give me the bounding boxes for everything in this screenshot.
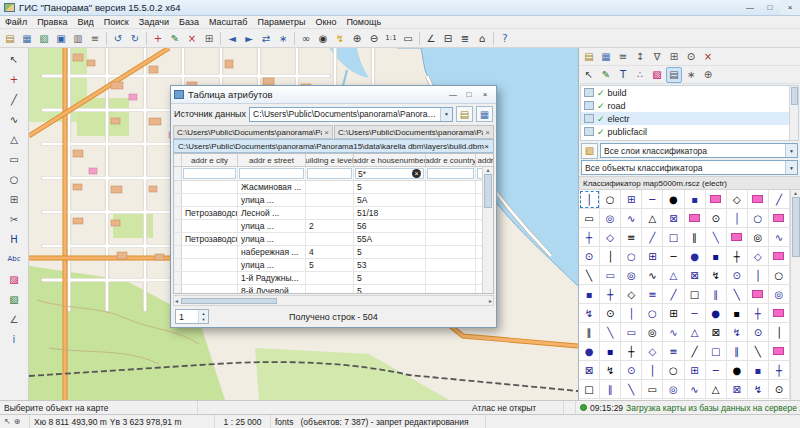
status-scale[interactable]: 1 : 25 000 — [215, 415, 271, 428]
classifier-symbol-cell[interactable]: ┼ — [579, 228, 600, 247]
classifier-symbol-cell[interactable]: │ — [621, 304, 642, 323]
classifier-symbol-cell[interactable]: ╲ — [748, 342, 769, 361]
scroll-right-icon[interactable]: ► — [488, 298, 493, 304]
active-tab[interactable]: C:\Users\Public\Documents\panorama\Panor… — [173, 139, 494, 153]
classifier-symbol-cell[interactable]: ∿ — [663, 323, 684, 342]
table-view-button[interactable]: ▦ — [476, 106, 493, 122]
tab-layer-2[interactable]: C:\Users\Public\Documents\panorama\Panor… — [334, 125, 494, 139]
quick-search-icon[interactable]: ↯ — [332, 30, 348, 46]
classifier-symbol-cell[interactable] — [769, 342, 790, 361]
classifier-symbol-cell[interactable]: ⊙ — [600, 304, 621, 323]
classifier-symbol-cell[interactable]: ╲ — [706, 228, 727, 247]
column-header[interactable]: addr — [476, 154, 494, 166]
grid-mode-icon[interactable]: ⊟ — [440, 30, 456, 46]
classifier-symbol-cell[interactable]: ◎ — [748, 228, 769, 247]
classifier-symbol-cell[interactable] — [769, 247, 790, 266]
tab-close-icon[interactable]: × — [484, 142, 489, 151]
redo-icon[interactable]: ↻ — [127, 30, 143, 46]
classifier-symbol-cell[interactable]: ∥ — [727, 342, 748, 361]
classifier-symbol-cell[interactable]: ─ — [663, 247, 684, 266]
data-source-combo[interactable]: C:\Users\Public\Documents\panorama\Panor… — [249, 107, 453, 122]
filter-input-city[interactable] — [183, 168, 236, 179]
classifier-symbol-cell[interactable]: ╲ — [621, 380, 642, 399]
classifier-symbol-cell[interactable]: ⊙ — [727, 266, 748, 285]
open-map-icon[interactable]: ▤ — [2, 30, 18, 46]
objects-filter-combo[interactable]: Все объекты классификатора ▼ — [581, 160, 798, 175]
classifier-symbol-cell[interactable]: ∿ — [769, 228, 790, 247]
column-header[interactable]: uilding e level — [306, 154, 354, 166]
classifier-symbol-cell[interactable]: ● — [727, 361, 748, 380]
classifier-symbol-cell[interactable]: ◎ — [663, 380, 684, 399]
refresh-map-icon[interactable]: ∗ — [275, 30, 291, 46]
classifier-symbol-cell[interactable]: ◎ — [600, 209, 621, 228]
tab-layer-1[interactable]: C:\Users\Public\Documents\panorama\Panor… — [173, 125, 333, 139]
classifier-symbol-cell[interactable]: ↯ — [600, 361, 621, 380]
step-back-icon[interactable]: ◄ — [224, 30, 240, 46]
classifier-symbol-cell[interactable]: ⊠ — [579, 361, 600, 380]
fill-style-icon[interactable]: ▧ — [4, 290, 25, 308]
table-row[interactable]: 1-й Радужны...5 — [174, 272, 493, 285]
classifier-symbol-cell[interactable]: ● — [663, 190, 684, 209]
column-header[interactable]: addr e city — [182, 154, 238, 166]
table-row[interactable]: улица ...256 — [174, 220, 493, 233]
classifier-symbol-cell[interactable]: ◇ — [621, 285, 642, 304]
minimize-button[interactable]: — — [740, 0, 760, 15]
list-view-icon[interactable]: ≡ — [615, 49, 631, 65]
classifier-symbol-cell[interactable]: ⊙ — [621, 361, 642, 380]
layer-item-electr[interactable]: ✓ electr — [581, 112, 798, 125]
classifier-symbol-cell[interactable]: ▪ — [748, 361, 769, 380]
classifier-symbol-cell[interactable]: ╱ — [685, 342, 706, 361]
menu-scale[interactable]: Масштаб — [204, 17, 253, 27]
layer-list-scrollbar[interactable] — [789, 86, 798, 140]
classifier-symbol-cell[interactable]: ⊙ — [706, 209, 727, 228]
classifier-symbol-cell[interactable]: ⊞ — [663, 304, 684, 323]
classifier-symbol-cell[interactable]: │ — [727, 209, 748, 228]
classifier-symbol-cell[interactable]: ╲ — [727, 285, 748, 304]
classifier-symbol-cell[interactable]: ∿ — [685, 380, 706, 399]
map-properties-icon[interactable]: ≡ — [87, 30, 103, 46]
table-row[interactable]: улица ...5А — [174, 194, 493, 207]
classifier-symbol-cell[interactable]: ● — [685, 247, 706, 266]
edit-nodes-icon[interactable]: ∴ — [632, 67, 648, 83]
classifier-symbol-cell[interactable]: ○ — [642, 304, 663, 323]
classifier-symbol-cell[interactable]: ⊠ — [685, 266, 706, 285]
maximize-button[interactable]: □ — [760, 0, 780, 15]
layers-filter-combo[interactable]: Все слои классификатора ▼ — [600, 143, 798, 158]
select-mode-icon[interactable]: ↖ — [4, 417, 11, 426]
filter-input-street[interactable] — [239, 168, 304, 179]
table-row[interactable]: 8-й Лучевой ...5 — [174, 285, 493, 294]
scroll-thumb[interactable] — [484, 174, 492, 208]
classifier-symbol-cell[interactable]: ⊞ — [642, 247, 663, 266]
draw-line-icon[interactable]: ╱ — [4, 90, 25, 108]
classifier-symbol-cell[interactable]: ╲ — [579, 266, 600, 285]
filter-icon[interactable]: ∇ — [649, 49, 665, 65]
classifier-symbol-cell[interactable]: ▪ — [727, 304, 748, 323]
eraser-icon[interactable]: ▨ — [4, 270, 25, 288]
classifier-symbol-cell[interactable]: ⊞ — [685, 361, 706, 380]
layers-filter-icon[interactable]: ▧ — [581, 143, 598, 159]
classifier-symbol-cell[interactable]: ◇ — [727, 190, 748, 209]
find-icon[interactable]: ∞ — [298, 30, 314, 46]
classifier-symbol-cell[interactable]: ◇ — [642, 342, 663, 361]
classifier-symbol-cell[interactable]: ∥ — [685, 228, 706, 247]
draw-symbol-icon[interactable]: ✎ — [598, 67, 614, 83]
classifier-symbol-cell[interactable]: ↯ — [748, 380, 769, 399]
classifier-symbol-cell[interactable]: ∥ — [579, 323, 600, 342]
create-point-icon[interactable]: + — [4, 70, 25, 88]
classifier-symbol-cell[interactable]: ◎ — [642, 323, 663, 342]
classifier-symbol-cell[interactable]: ┼ — [769, 361, 790, 380]
find-object-icon[interactable]: ◉ — [315, 30, 331, 46]
open-classifier-icon[interactable]: ▤ — [581, 49, 597, 65]
menu-tasks[interactable]: Задачи — [134, 17, 174, 27]
close-button[interactable]: × — [780, 0, 800, 15]
sort-icon[interactable]: ↕ — [632, 49, 648, 65]
classifier-symbol-cell[interactable]: △ — [685, 323, 706, 342]
dialog-title-bar[interactable]: Таблица атрибутов — □ × — [171, 86, 496, 104]
classifier-symbol-cell[interactable]: ● — [706, 304, 727, 323]
menu-database[interactable]: База — [174, 17, 204, 27]
classifier-symbol-cell[interactable]: ↯ — [706, 266, 727, 285]
classifier-symbol-cell[interactable] — [769, 209, 790, 228]
classifier-symbol-cell[interactable]: □ — [663, 228, 684, 247]
zoom-mode-icon[interactable]: ⊕ — [14, 417, 21, 426]
classifier-symbol-cell[interactable]: △ — [642, 209, 663, 228]
